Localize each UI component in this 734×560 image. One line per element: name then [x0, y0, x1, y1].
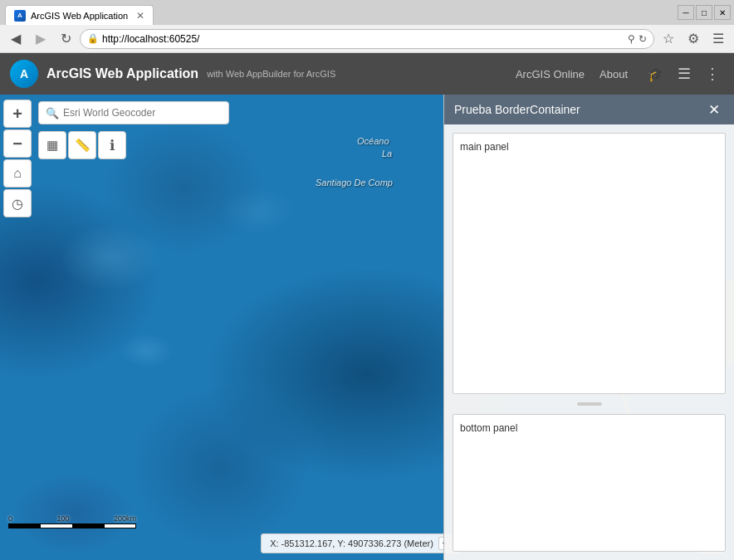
list-icon-button[interactable]: ☰ — [673, 62, 696, 85]
scale-bar: 0 100 200km — [8, 514, 136, 528]
app-header: A ArcGIS Web Application with Web AppBui… — [0, 53, 734, 95]
menu-button[interactable]: ☰ — [707, 28, 729, 50]
search-icon: 🔍 — [46, 107, 59, 119]
map-left-toolbar: + − ⌂ ◷ — [3, 100, 32, 217]
close-window-button[interactable]: ✕ — [714, 5, 731, 20]
scale-seg-2 — [41, 524, 72, 528]
tab-favicon: A — [14, 10, 26, 22]
panel-divider-handle — [577, 402, 602, 406]
app-logo: A — [10, 60, 38, 88]
panel-bottom-label: bottom panel — [460, 422, 517, 434]
tab-close-icon[interactable]: ✕ — [136, 10, 144, 22]
panel-divider[interactable] — [453, 401, 726, 407]
coords-display: X: -851312.167, Y: 4907336.273 (Meter) ▾ — [261, 533, 461, 553]
settings-button[interactable]: ⚙ — [683, 28, 704, 50]
map-label-santiago: Santiago De Comp — [316, 178, 393, 187]
forward-button[interactable]: ▶ — [30, 28, 51, 50]
url-input[interactable] — [102, 33, 624, 45]
secure-icon: 🔒 — [87, 33, 99, 44]
search-bar: 🔍 — [38, 101, 229, 124]
coords-text: X: -851312.167, Y: 4907336.273 (Meter) — [270, 538, 433, 548]
search-go-button[interactable]: ⚲ — [628, 33, 635, 45]
refresh-button[interactable]: ↻ — [55, 28, 76, 50]
panel-bottom-section: bottom panel — [453, 414, 726, 552]
search-input-wrap[interactable]: 🔍 — [38, 101, 229, 124]
zoom-out-button[interactable]: − — [3, 129, 32, 158]
grid-tool-button[interactable]: ▦ — [38, 131, 66, 159]
scale-seg-4 — [105, 524, 135, 528]
tab-label: ArcGIS Web Application — [31, 11, 128, 21]
maximize-button[interactable]: □ — [696, 5, 712, 20]
grid-icon-button[interactable]: ⋮ — [701, 62, 724, 85]
search-input[interactable] — [63, 107, 213, 119]
browser-top-right-buttons: ─ □ ✕ — [678, 5, 731, 20]
scale-line — [8, 523, 136, 528]
panel-main-section: main panel — [453, 133, 726, 394]
scale-seg-1 — [9, 524, 41, 528]
browser-chrome: A ArcGIS Web Application ✕ ─ □ ✕ ◀ ▶ ↻ 🔒… — [0, 0, 734, 53]
zoom-in-button[interactable]: + — [3, 100, 32, 128]
browser-tabs-row: A ArcGIS Web Application ✕ ─ □ ✕ — [0, 0, 734, 25]
browser-tab-active[interactable]: A ArcGIS Web Application ✕ — [5, 5, 154, 25]
address-bar[interactable]: 🔒 ⚲ ↻ — [80, 29, 654, 49]
scale-200km: 200km — [114, 514, 136, 523]
map-tools: ▦ 📏 ℹ — [38, 131, 126, 159]
nav-link-about[interactable]: About — [599, 68, 628, 80]
scale-seg-3 — [73, 524, 105, 528]
panel-header: Prueba BorderContainer ✕ — [444, 95, 734, 124]
home-button[interactable]: ⌂ — [3, 159, 32, 187]
panel-main-label: main panel — [460, 141, 509, 153]
info-tool-button[interactable]: ℹ — [98, 131, 126, 159]
app-body: Océano La Santiago De Comp + − ⌂ ◷ 🔍 ▦ 📏… — [0, 95, 734, 560]
hat-icon-button[interactable]: 🎓 — [644, 62, 668, 85]
scale-zero: 0 — [8, 514, 12, 523]
panel-body: main panel bottom panel — [444, 124, 734, 560]
map-label-oceano: Océano — [357, 136, 389, 146]
app-nav: ArcGIS Online About — [516, 68, 628, 80]
logo-text: A — [20, 67, 28, 80]
minimize-button[interactable]: ─ — [678, 5, 694, 20]
app-nav-icons: 🎓 ☰ ⋮ — [644, 62, 724, 85]
scale-labels: 0 100 200km — [8, 514, 136, 523]
clock-button[interactable]: ◷ — [3, 189, 32, 217]
refresh-url-button[interactable]: ↻ — [639, 33, 647, 45]
scale-hundred: 100 — [56, 514, 69, 523]
panel-close-button[interactable]: ✕ — [704, 100, 724, 119]
bookmarks-button[interactable]: ☆ — [658, 28, 679, 50]
browser-addressbar-row: ◀ ▶ ↻ 🔒 ⚲ ↻ ☆ ⚙ ☰ — [0, 25, 734, 53]
panel-overlay: Prueba BorderContainer ✕ main panel bott… — [443, 95, 734, 560]
app-title: ArcGIS Web Application — [46, 66, 198, 81]
app-subtitle: with Web AppBuilder for ArcGIS — [207, 69, 335, 79]
panel-title: Prueba BorderContainer — [454, 103, 580, 116]
nav-link-arcgis-online[interactable]: ArcGIS Online — [516, 68, 585, 80]
ruler-tool-button[interactable]: 📏 — [68, 131, 96, 159]
back-button[interactable]: ◀ — [5, 28, 27, 50]
map-label-la: La — [382, 149, 392, 158]
